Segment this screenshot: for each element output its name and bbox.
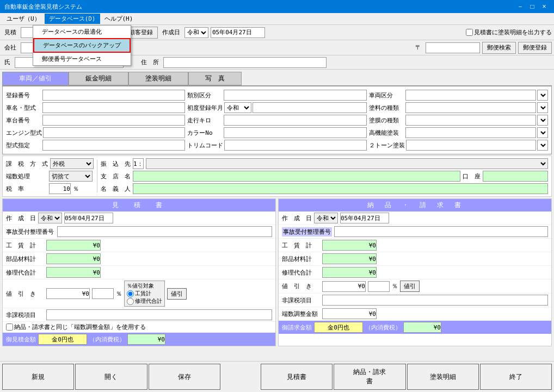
postal-reg-button[interactable]: 郵便登録	[518, 42, 552, 54]
minimize-button[interactable]: －	[515, 1, 526, 12]
dropdown-backup[interactable]: データベースのバックアップ	[33, 38, 131, 53]
discount-repair-radio[interactable]	[127, 298, 134, 305]
dropdown-optimize[interactable]: データベースの最適化	[33, 26, 131, 38]
rounding-checkbox[interactable]	[6, 323, 13, 331]
tab-car-discount[interactable]: 車両／値引	[2, 72, 69, 85]
category-input[interactable]	[224, 90, 366, 101]
address-input[interactable]	[163, 57, 327, 68]
estimate-accident-input[interactable]	[57, 226, 272, 237]
transfer-select[interactable]	[146, 158, 548, 169]
tax-left: 課 税 方 式 外税 端数処理 切捨て 税 率 ％	[6, 158, 94, 194]
rounding-select[interactable]: 切捨て	[49, 171, 93, 182]
film-type-input[interactable]	[405, 115, 536, 126]
delivery-print-button[interactable]: 納品・請求書	[334, 364, 405, 390]
open-button[interactable]: 開く	[75, 364, 147, 390]
high-function-input[interactable]	[405, 127, 536, 138]
dropdown-postal[interactable]: 郵便番号データベース	[33, 53, 131, 65]
title-bar: 自動車鈑金塗装見積システム － □ ×	[0, 0, 554, 13]
two-tone-input[interactable]	[406, 140, 536, 151]
tab-photo[interactable]: 写 真	[188, 72, 242, 85]
estimate-repair-input[interactable]	[46, 267, 101, 278]
tab-sheet[interactable]: 鈑金明細	[69, 72, 128, 85]
postal-search-button[interactable]: 郵便検索	[482, 42, 516, 54]
model-spec-input[interactable]	[42, 140, 185, 151]
vehicle-class-input[interactable]	[405, 90, 536, 101]
estimate-discount-percent-input[interactable]	[92, 288, 114, 299]
rounding-checkbox-label[interactable]: 納品・請求書と同じ「端数調整金額」を使用する	[6, 323, 146, 331]
creation-date-input[interactable]	[211, 27, 265, 38]
delivery-discount-button[interactable]: 値引	[400, 281, 420, 292]
paint-type-select[interactable]	[537, 102, 548, 113]
tab-paint[interactable]: 塗装明細	[128, 72, 188, 85]
discount-repair-radio-label[interactable]: 修理代合計	[127, 297, 162, 305]
estimate-print-button[interactable]: 見積書	[261, 364, 333, 390]
end-button[interactable]: 終了	[480, 364, 552, 390]
delivery-repair-input[interactable]	[322, 267, 377, 278]
film-type-select[interactable]	[537, 115, 548, 126]
mileage-input[interactable]	[224, 115, 366, 126]
delivery-rounding-input[interactable]	[322, 308, 377, 319]
paint-detail-checkbox-label[interactable]: 見積書に塗装明細を出力する	[466, 28, 552, 36]
estimate-repair-label: 修理代合計	[6, 269, 44, 277]
paint-type-input[interactable]	[405, 102, 536, 113]
account-holder-input[interactable]	[133, 183, 548, 194]
delivery-labor-input[interactable]	[322, 240, 377, 251]
engine-input[interactable]	[43, 127, 185, 138]
tax-method-label: 課 税 方 式	[6, 160, 48, 168]
delivery-date-input[interactable]	[340, 213, 389, 223]
delivery-repair-label: 修理代合計	[282, 269, 320, 277]
delivery-discount-value-input[interactable]	[322, 281, 366, 292]
account-input[interactable]	[483, 171, 548, 182]
vehicle-class-select[interactable]	[537, 90, 548, 101]
estimate-discount-button[interactable]: 値引	[167, 288, 187, 300]
delivery-era-select[interactable]: 令和	[314, 213, 338, 223]
car-form-area: 登録番号 類別区分 車両区分 車名・型式 初度登録年月 令和	[2, 86, 552, 154]
estimate-total-kanji-input[interactable]	[38, 334, 87, 345]
estimate-labor-input[interactable]	[46, 240, 101, 251]
first-reg-date-input[interactable]	[253, 102, 366, 113]
estimate-total-amount-input[interactable]	[127, 334, 165, 345]
close-button[interactable]: ×	[539, 1, 550, 12]
delivery-tax-exempt-input[interactable]	[322, 295, 548, 306]
color-input[interactable]	[224, 127, 366, 138]
estimate-accident-label: 事故受付整理番号	[6, 228, 55, 236]
high-function-select[interactable]	[537, 127, 548, 138]
delivery-parts-input[interactable]	[322, 253, 377, 264]
era-select-1[interactable]: 令和	[184, 27, 208, 38]
estimate-discount-row: 値 引 き ％ ％値引対象 工賃計 修理代合計 値引	[3, 279, 275, 308]
estimate-discount-value-input[interactable]	[46, 288, 90, 299]
new-button[interactable]: 新規	[2, 364, 74, 390]
transfer-number-input[interactable]	[133, 158, 144, 169]
menu-database[interactable]: データベース(D)	[45, 14, 100, 24]
estimate-tax-exempt-input[interactable]	[46, 309, 272, 320]
branch-input[interactable]	[133, 171, 460, 182]
delivery-discount-percent-input[interactable]	[368, 281, 390, 292]
discount-labor-radio[interactable]	[127, 290, 134, 297]
paint-detail-checkbox[interactable]	[466, 29, 473, 36]
delivery-date-label: 作 成 日	[282, 214, 312, 222]
reg-number-input[interactable]	[42, 90, 185, 101]
postal-code-input[interactable]	[426, 42, 480, 53]
estimate-parts-label: 部品材料計	[6, 255, 44, 263]
menu-user[interactable]: ユーザ（U）	[2, 14, 45, 24]
save-button[interactable]: 保存	[149, 364, 220, 390]
estimate-parts-input[interactable]	[46, 253, 101, 264]
estimate-date-input[interactable]	[64, 213, 113, 223]
maximize-button[interactable]: □	[527, 1, 538, 12]
paint-print-button[interactable]: 塗装明細	[407, 364, 479, 390]
estimate-repair-row: 修理代合計	[3, 266, 275, 279]
first-reg-era-select[interactable]: 令和	[224, 102, 251, 113]
delivery-total-amount-input[interactable]	[403, 322, 441, 333]
estimate-era-select[interactable]: 令和	[38, 213, 62, 223]
discount-labor-radio-label[interactable]: 工賃計	[127, 290, 162, 297]
car-model-input[interactable]	[42, 102, 185, 113]
tax-method-select[interactable]: 外税	[50, 158, 94, 169]
two-tone-select[interactable]	[537, 140, 548, 151]
delivery-accident-input[interactable]	[334, 226, 548, 237]
delivery-total-kanji-input[interactable]	[314, 322, 363, 333]
chassis-input[interactable]	[42, 115, 185, 126]
estimate-percent-label: ％	[116, 290, 122, 298]
trim-input[interactable]	[224, 140, 366, 151]
tax-rate-input[interactable]	[49, 183, 71, 194]
menu-help[interactable]: ヘルプ(H)	[100, 14, 138, 24]
